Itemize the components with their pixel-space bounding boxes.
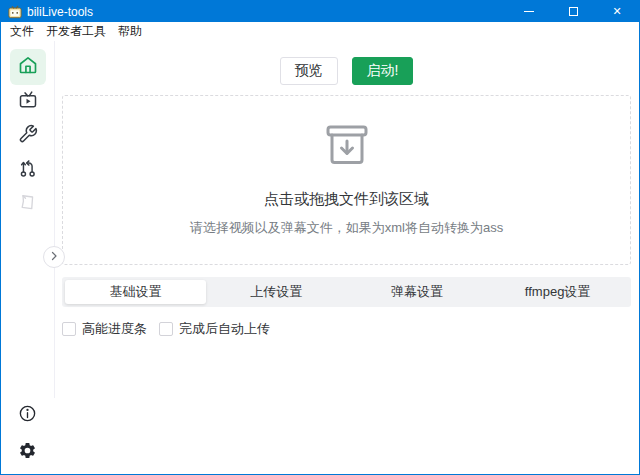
tab-basic-settings[interactable]: 基础设置 [65,280,206,304]
menu-devtools[interactable]: 开发者工具 [40,22,112,41]
app-logo-icon [8,5,22,19]
menu-help[interactable]: 帮助 [112,22,148,41]
dropzone-subtitle: 请选择视频以及弹幕文件，如果为xml将自动转换为ass [190,219,503,237]
sidebar-item-about[interactable] [15,402,41,428]
sidebar-collapse-button[interactable] [43,246,65,268]
checkbox-icon [159,322,173,336]
sidebar-item-home[interactable] [10,49,46,85]
sidebar-divider [54,41,55,398]
preview-button[interactable]: 预览 [280,57,338,85]
maximize-icon [569,7,578,16]
tab-ffmpeg-settings[interactable]: ffmpeg设置 [487,280,628,304]
dropzone-title: 点击或拖拽文件到该区域 [264,190,429,209]
git-compare-icon [18,158,38,182]
app-window: biliLive-tools ✕ 文件 开发者工具 帮助 [0,0,640,475]
sidebar-item-settings[interactable] [15,439,41,465]
menu-file[interactable]: 文件 [4,22,40,41]
sidebar-item-clip[interactable] [10,187,46,221]
wrench-icon [18,124,38,148]
sidebar-item-pipeline[interactable] [10,153,46,187]
titlebar: biliLive-tools ✕ [1,1,639,22]
home-icon [18,55,38,79]
close-button[interactable]: ✕ [595,1,639,22]
gear-icon [18,441,37,464]
tab-danmaku-settings[interactable]: 弹幕设置 [347,280,488,304]
window-controls: ✕ [507,1,639,22]
menubar: 文件 开发者工具 帮助 [1,22,639,41]
file-dropzone[interactable]: 点击或拖拽文件到该区域 请选择视频以及弹幕文件，如果为xml将自动转换为ass [62,95,631,265]
close-icon: ✕ [612,6,621,17]
main-content: 预览 启动! 点击或拖拽文件到该区域 请选择视频以及弹幕文件，如果为xml将自动… [54,41,639,474]
sidebar-item-videos[interactable] [10,85,46,119]
tv-play-icon [18,90,38,114]
minimize-icon [524,11,534,12]
chevron-right-icon [48,250,60,265]
window-title: biliLive-tools [27,5,507,19]
archive-download-icon [324,124,370,170]
checkbox-auto-upload[interactable]: 完成后自动上传 [159,320,270,338]
start-button[interactable]: 启动! [352,57,414,85]
clip-icon [18,192,38,216]
checkbox-label: 完成后自动上传 [179,320,270,338]
maximize-button[interactable] [551,1,595,22]
checkbox-high-energy-bar[interactable]: 高能进度条 [62,320,147,338]
checkbox-label: 高能进度条 [82,320,147,338]
checkbox-icon [62,322,76,336]
info-icon [18,404,37,427]
action-bar: 预览 启动! [62,57,631,85]
sidebar-item-tools[interactable] [10,119,46,153]
options-row: 高能进度条 完成后自动上传 [62,320,631,338]
settings-tabs: 基础设置 上传设置 弹幕设置 ffmpeg设置 [62,277,631,307]
tab-upload-settings[interactable]: 上传设置 [206,280,347,304]
app-body: 预览 启动! 点击或拖拽文件到该区域 请选择视频以及弹幕文件，如果为xml将自动… [1,41,639,474]
minimize-button[interactable] [507,1,551,22]
